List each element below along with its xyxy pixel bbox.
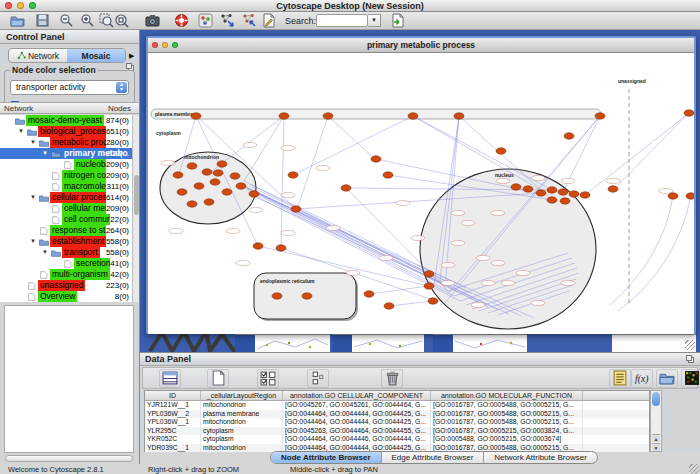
column-header-_cellularLayoutRegion[interactable]: _cellularLayoutRegion: [201, 391, 283, 400]
network-canvas-svg[interactable]: plasma membranecytoplasmmitochondrionnuc…: [148, 53, 694, 334]
tree-row-biological-process[interactable]: ▼biological_process651(0): [0, 126, 132, 137]
tree-column-header[interactable]: Network Nodes: [0, 102, 139, 114]
table-row-YPL036W__2[interactable]: YPL036W__2plasma membrane[GO:0044464, GO…: [145, 410, 649, 419]
save-session-button[interactable]: [33, 13, 51, 29]
tab-network[interactable]: Network: [9, 49, 67, 62]
tree-row-nitrogen-compo[interactable]: nitrogen compo209(0): [0, 170, 132, 181]
create-view-button[interactable]: [218, 13, 236, 29]
import-network-button[interactable]: [388, 13, 406, 29]
tree-row-nucleobase-[interactable]: nucleobase-209(0): [0, 159, 132, 170]
minimized-window-edge[interactable]: [433, 333, 453, 352]
delete-attribute-button[interactable]: [381, 369, 403, 388]
edge: [614, 113, 689, 189]
function-builder-button[interactable]: f(x): [631, 369, 653, 388]
tree-row-primary-metabo[interactable]: ▼primary metabo209(...: [0, 148, 132, 159]
expand-arrow-icon[interactable]: ▼: [30, 238, 36, 244]
network-view-window[interactable]: primary metabolic process plasma membran…: [146, 36, 696, 334]
cell: YKR052C: [145, 435, 201, 444]
page-icon: [63, 260, 73, 268]
new-attribute-button[interactable]: [207, 369, 229, 388]
network-window-titlebar[interactable]: primary metabolic process: [148, 38, 694, 53]
tree-row-unassigned[interactable]: unassigned223(0): [0, 280, 132, 291]
tree-row-cellular-metabo[interactable]: cellular metabo209(0): [0, 203, 132, 214]
birds-eye-view-panel[interactable]: [4, 305, 134, 453]
minimized-window-edge[interactable]: [235, 333, 255, 352]
minimized-window-strip[interactable]: [255, 333, 330, 352]
tree-row-macromolecule[interactable]: macromolecule311(0): [0, 181, 132, 192]
tree-row-multi-organism-pro[interactable]: multi-organism pro42(0): [0, 269, 132, 280]
minimized-window-strip[interactable]: [612, 333, 696, 352]
scroll-up-icon[interactable]: ▲: [652, 434, 660, 442]
cell: YLR295C: [145, 427, 201, 436]
vizmapper-button[interactable]: [196, 13, 214, 29]
tree-row-cell-communicat[interactable]: cell communicat22(0): [0, 214, 132, 225]
select-attributes-button[interactable]: [257, 369, 279, 388]
tree-row-establishment-of-lo[interactable]: ▼establishment of lo558(0): [0, 236, 132, 247]
tree-row-cellular-process[interactable]: ▼cellular process614(0): [0, 192, 132, 203]
tab-overflow-arrow-icon[interactable]: ▶: [129, 52, 134, 60]
unselect-attributes-button[interactable]: [307, 369, 329, 388]
search-dropdown-button[interactable]: ▼: [368, 14, 381, 27]
matrix-button[interactable]: [681, 369, 700, 388]
expand-arrow-icon[interactable]: ▼: [42, 150, 48, 156]
attribute-list-button[interactable]: [609, 369, 631, 388]
tab-node-attribute-browser[interactable]: Node Attribute Browser: [271, 452, 382, 463]
zoom-out-button[interactable]: [57, 13, 75, 29]
tree-row-overview[interactable]: Overview8(0): [0, 291, 132, 302]
search-input[interactable]: [316, 14, 368, 27]
network-node: [496, 148, 506, 154]
help-button[interactable]: [172, 13, 190, 29]
network-node: [547, 187, 557, 193]
zoom-in-button[interactable]: [78, 13, 96, 29]
tree-scrollbar[interactable]: [132, 115, 139, 302]
table-row-YKR052C[interactable]: YKR052Ccytoplasm[GO:0044464, GO:0044446,…: [145, 435, 649, 444]
table-row-YJR121W__1[interactable]: YJR121W__1mitochondrion[GO:0045267, GO:0…: [145, 401, 649, 410]
tree-row-response-to-stimul[interactable]: response to stimul264(0): [0, 225, 132, 236]
node-label: [561, 280, 575, 285]
import-attributes-button[interactable]: [656, 369, 678, 388]
column-header-empty[interactable]: [583, 391, 649, 400]
tree-row-metabolic-process[interactable]: ▼metabolic process280(0): [0, 137, 132, 148]
tree-row-secretion[interactable]: secretion41(0): [0, 258, 132, 269]
tree-row-count: 209(...: [106, 148, 129, 159]
resize-grip-icon[interactable]: [689, 464, 699, 474]
network-node: [564, 133, 574, 139]
float-panel-icon[interactable]: [686, 355, 695, 364]
attribute-table-button[interactable]: [159, 369, 181, 388]
table-row-YLR295C[interactable]: YLR295Ccytoplasm[GO:0045263, GO:0044464,…: [145, 427, 649, 436]
dropdown-stepper-icon[interactable]: ▲▼: [116, 82, 127, 93]
table-scrollbar[interactable]: ▲ ▼: [650, 390, 662, 452]
annotation-button[interactable]: [259, 13, 277, 29]
expand-arrow-icon[interactable]: ▼: [18, 128, 24, 134]
column-header-annotation.GO CELLULAR_COMPONENT[interactable]: annotation.GO CELLULAR_COMPONENT: [283, 391, 431, 400]
tree-row-transport[interactable]: ▼transport558(0): [0, 247, 132, 258]
tab-mosaic[interactable]: Mosaic: [67, 49, 125, 62]
tree-col-network[interactable]: Network: [4, 104, 33, 113]
tab-network-attribute-browser[interactable]: Network Attribute Browser: [484, 452, 596, 463]
node-label: [326, 225, 340, 230]
open-session-button[interactable]: [8, 13, 26, 29]
attribute-table-header[interactable]: ID_cellularLayoutRegionannotation.GO CEL…: [145, 391, 649, 401]
scroll-down-icon[interactable]: ▼: [652, 443, 660, 451]
expand-arrow-icon[interactable]: ▼: [30, 139, 36, 145]
expand-arrow-icon[interactable]: ▼: [42, 249, 48, 255]
tree-col-nodes[interactable]: Nodes: [108, 104, 131, 113]
tree-row-mosaic-demo-yeast[interactable]: mosaic-demo-yeast874(0): [0, 115, 132, 126]
snapshot-button[interactable]: [143, 13, 161, 29]
control-panel-hscrollbar[interactable]: [5, 455, 133, 462]
data-panel: Data Panel f(x) ID_cellularLayoutRegiona…: [140, 352, 700, 452]
minimized-window-strip[interactable]: [352, 333, 424, 352]
minimized-window-edge[interactable]: [332, 333, 352, 352]
column-header-ID[interactable]: ID: [145, 391, 201, 400]
node-label: [451, 210, 465, 215]
network-node: [558, 189, 568, 195]
table-scrollbar-thumb[interactable]: [652, 392, 660, 406]
table-row-YPL036W__1[interactable]: YPL036W__1mitochondrion[GO:0044464, GO:0…: [145, 418, 649, 427]
node-color-dropdown[interactable]: transporter activity ▲▼: [10, 80, 129, 95]
expand-arrow-icon[interactable]: ▼: [30, 194, 36, 200]
destroy-view-button[interactable]: [240, 13, 258, 29]
column-header-annotation.GO MOLECULAR_FUNCTION[interactable]: annotation.GO MOLECULAR_FUNCTION: [431, 391, 583, 400]
minimized-window-strip[interactable]: [453, 333, 527, 352]
tab-edge-attribute-browser[interactable]: Edge Attribute Browser: [382, 452, 485, 463]
zoom-fit-button[interactable]: [112, 13, 130, 29]
